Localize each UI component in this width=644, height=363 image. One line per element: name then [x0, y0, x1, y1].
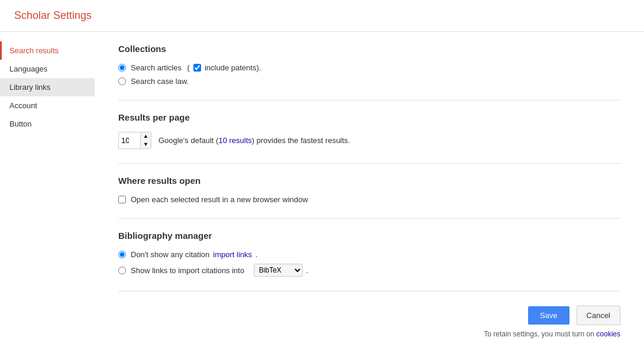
no-citation-radio[interactable] — [118, 251, 126, 258]
sidebar-item-search-results[interactable]: Search results — [0, 41, 95, 60]
results-description: Google's default (10 results) provides t… — [158, 136, 350, 145]
results-per-page-section: Results per page ▲ ▼ Google's default (1… — [118, 112, 620, 149]
footer-text: To retain settings, you must turn on coo… — [118, 330, 620, 338]
spinner-buttons: ▲ ▼ — [140, 132, 151, 148]
collections-title: Collections — [118, 44, 620, 54]
app-title: Scholar Settings — [14, 9, 92, 21]
no-citation-option: Don't show any citation import links. — [118, 250, 620, 259]
results-count-input[interactable] — [119, 134, 140, 147]
spinner-down-button[interactable]: ▼ — [141, 141, 151, 149]
sidebar-item-button[interactable]: Button — [0, 115, 95, 133]
divider-2 — [118, 163, 620, 164]
show-citation-option: Show links to import citations into BibT… — [118, 264, 620, 277]
show-citation-label[interactable]: Show links to import citations into BibT… — [131, 264, 308, 277]
bibliography-title: Bibliography manager — [118, 231, 620, 241]
search-articles-label[interactable]: Search articles (include patents). — [131, 63, 261, 72]
sidebar-item-account[interactable]: Account — [0, 96, 95, 115]
collections-section: Collections Search articles (include pat… — [118, 44, 620, 86]
search-articles-radio[interactable] — [118, 64, 126, 72]
cancel-button[interactable]: Cancel — [577, 306, 620, 325]
results-per-page-title: Results per page — [118, 112, 620, 122]
bibliography-section: Bibliography manager Don't show any cita… — [118, 231, 620, 277]
action-row: Save Cancel — [118, 306, 620, 325]
divider-1 — [118, 100, 620, 101]
search-articles-option: Search articles (include patents). — [118, 63, 620, 72]
include-patents-checkbox[interactable] — [193, 64, 201, 72]
search-case-law-option: Search case law. — [118, 77, 620, 86]
where-results-open-title: Where results open — [118, 176, 620, 186]
search-case-law-radio[interactable] — [118, 77, 126, 85]
search-case-law-label[interactable]: Search case law. — [131, 77, 189, 86]
divider-3 — [118, 218, 620, 219]
new-window-checkbox[interactable] — [118, 196, 126, 203]
results-count-highlight: 10 results — [218, 136, 251, 145]
citation-format-select[interactable]: BibTeX EndNote RefMan RefWorks — [254, 264, 303, 277]
sidebar-item-languages[interactable]: Languages — [0, 60, 95, 78]
patents-paren: ( — [187, 63, 190, 72]
sidebar: Search results Languages Library links A… — [0, 32, 95, 363]
results-per-page-row: ▲ ▼ Google's default (10 results) provid… — [118, 132, 620, 149]
no-citation-label[interactable]: Don't show any citation import links. — [131, 250, 258, 259]
new-window-row: Open each selected result in a new brows… — [118, 195, 620, 204]
where-results-open-section: Where results open Open each selected re… — [118, 176, 620, 204]
spinner-up-button[interactable]: ▲ — [141, 132, 151, 141]
results-spinner: ▲ ▼ — [118, 132, 151, 149]
sidebar-item-library-links[interactable]: Library links — [0, 78, 95, 96]
save-button[interactable]: Save — [528, 306, 569, 325]
new-window-label[interactable]: Open each selected result in a new brows… — [131, 195, 308, 204]
show-citation-radio[interactable] — [118, 267, 126, 274]
import-links-link[interactable]: import links — [213, 250, 252, 259]
divider-4 — [118, 291, 620, 291]
cookies-link[interactable]: cookies — [596, 330, 620, 338]
main-content: Collections Search articles (include pat… — [95, 32, 644, 363]
